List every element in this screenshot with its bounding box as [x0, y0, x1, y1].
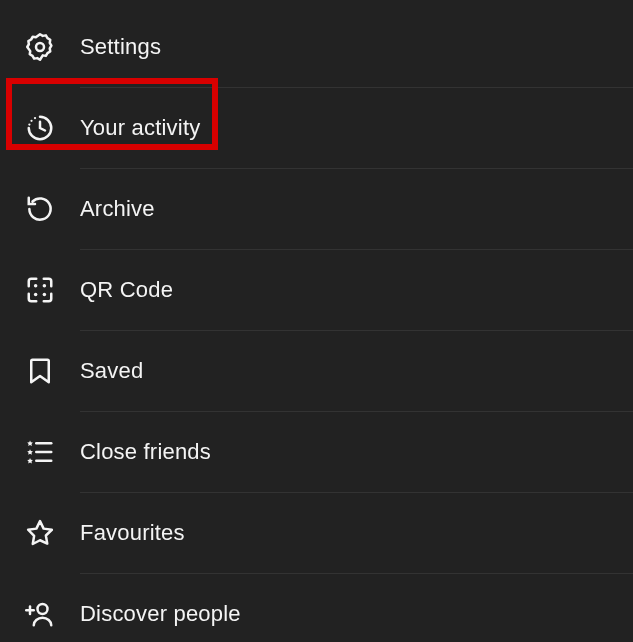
menu-item-label: Saved: [80, 358, 143, 384]
menu-item-saved[interactable]: Saved: [0, 330, 633, 411]
discover-people-icon: [0, 599, 80, 629]
svg-point-6: [34, 292, 38, 296]
star-icon: [0, 518, 80, 548]
menu-item-label: Your activity: [80, 115, 200, 141]
svg-point-0: [36, 43, 44, 51]
menu-item-label: Discover people: [80, 601, 241, 627]
menu-item-favourites[interactable]: Favourites: [0, 492, 633, 573]
bookmark-icon: [0, 356, 80, 386]
menu-item-archive[interactable]: Archive: [0, 168, 633, 249]
menu-item-label: Close friends: [80, 439, 211, 465]
svg-point-1: [28, 123, 30, 125]
svg-point-2: [30, 119, 32, 121]
svg-point-3: [34, 116, 36, 118]
settings-menu: Settings Your activity Archive: [0, 0, 633, 642]
menu-item-settings[interactable]: Settings: [0, 6, 633, 87]
menu-item-your-activity[interactable]: Your activity: [0, 87, 633, 168]
svg-point-7: [43, 292, 47, 296]
qr-code-icon: [0, 275, 80, 305]
svg-point-4: [34, 283, 38, 287]
menu-item-label: QR Code: [80, 277, 173, 303]
menu-item-close-friends[interactable]: Close friends: [0, 411, 633, 492]
close-friends-icon: [0, 437, 80, 467]
menu-item-label: Settings: [80, 34, 161, 60]
archive-icon: [0, 194, 80, 224]
svg-point-11: [38, 604, 48, 614]
svg-point-5: [43, 283, 47, 287]
menu-item-label: Archive: [80, 196, 155, 222]
activity-icon: [0, 113, 80, 143]
settings-icon: [0, 32, 80, 62]
menu-item-qr-code[interactable]: QR Code: [0, 249, 633, 330]
menu-item-label: Favourites: [80, 520, 185, 546]
menu-item-discover-people[interactable]: Discover people: [0, 573, 633, 642]
